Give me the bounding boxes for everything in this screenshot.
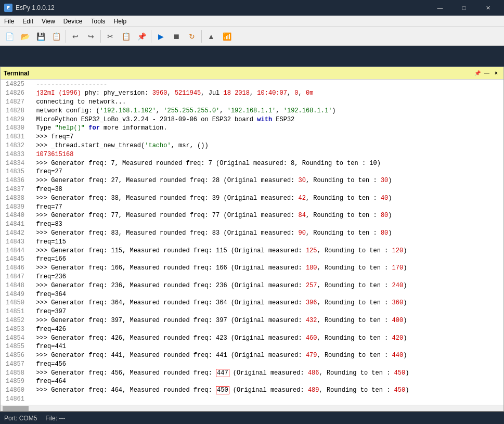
- line-number: 14840: [3, 211, 29, 220]
- toolbar-separator-4: [201, 30, 202, 43]
- toolbar-separator-2: [100, 30, 101, 43]
- status-file: File: ---: [45, 415, 65, 422]
- line-number: 14847: [3, 273, 29, 281]
- terminal-line: 14843 freq=115: [3, 238, 501, 247]
- open-button[interactable]: 📂: [18, 29, 32, 44]
- terminal-line: 14860 >>> Generator freq: 464, Measured …: [3, 386, 501, 395]
- terminal-line: 14834 >>> Generator freq: 7, Measured ro…: [3, 159, 501, 168]
- terminal-header: Terminal 📌 — ×: [1, 67, 503, 80]
- horizontal-scrollbar[interactable]: [1, 405, 503, 411]
- menu-edit[interactable]: Edit: [18, 17, 37, 26]
- refresh-button[interactable]: ↻: [185, 29, 199, 44]
- terminal-line: 14835 freq=27: [3, 168, 501, 176]
- line-number: 14833: [3, 150, 29, 159]
- run-button[interactable]: ▶: [153, 29, 168, 44]
- terminal-panel: Terminal 📌 — × 14822 Filesystem size: 95…: [0, 67, 504, 412]
- terminal-line: 14827 connecting to network...: [3, 98, 501, 107]
- terminal-line: 14861: [3, 395, 501, 404]
- menu-tools[interactable]: Tools: [87, 17, 110, 26]
- terminal-line: 14846 >>> Generator freq: 166, Measured …: [3, 264, 501, 273]
- line-number: 14838: [3, 194, 29, 203]
- maximize-button[interactable]: □: [452, 0, 476, 16]
- line-number: 14836: [3, 176, 29, 185]
- terminal-line: 14856 >>> Generator freq: 441, Measured …: [3, 351, 501, 360]
- cut-button[interactable]: ✂: [103, 29, 118, 44]
- minimize-button[interactable]: —: [428, 0, 452, 16]
- line-number: 14827: [3, 98, 29, 107]
- terminal-line: 14826 j32mI (1996) phy: phy_version: 396…: [3, 89, 501, 98]
- terminal-line: 14833 1073615168: [3, 150, 501, 159]
- terminal-line: 14825 -------------------: [3, 80, 501, 89]
- line-number: 14826: [3, 89, 29, 98]
- line-number: 14843: [3, 238, 29, 247]
- copy-button[interactable]: 📋: [119, 29, 133, 44]
- app-icon: E: [4, 4, 12, 12]
- terminal-line: 14854 >>> Generator freq: 426, Measured …: [3, 334, 501, 343]
- line-number: 14830: [3, 124, 29, 133]
- line-number: 14848: [3, 281, 29, 290]
- hscroll-thumb[interactable]: [3, 406, 29, 411]
- line-number: 14829: [3, 115, 29, 124]
- line-number: 14831: [3, 133, 29, 142]
- terminal-line: 14847 freq=236: [3, 273, 501, 281]
- line-number: 14835: [3, 168, 29, 176]
- menu-file[interactable]: File: [0, 17, 18, 26]
- line-number: 14858: [3, 369, 29, 378]
- stop-button[interactable]: ⏹: [169, 29, 184, 44]
- terminal-line: 14848 >>> Generator freq: 236, Measured …: [3, 281, 501, 290]
- line-number: 14857: [3, 360, 29, 369]
- terminal-line: 14839 freq=77: [3, 203, 501, 212]
- line-number: 14850: [3, 299, 29, 307]
- new-button[interactable]: 📄: [2, 29, 17, 44]
- line-number: 14828: [3, 107, 29, 115]
- terminal-pin-button[interactable]: 📌: [473, 69, 482, 78]
- terminal-line: 14832 >>> _thread.start_new_thread('tach…: [3, 142, 501, 150]
- line-number: 14837: [3, 185, 29, 194]
- terminal-line: 14829 MicroPython ESP32_LoBo_v3.2.24 - 2…: [3, 115, 501, 124]
- terminal-close-button[interactable]: ×: [492, 69, 500, 78]
- menu-help[interactable]: Help: [110, 17, 131, 26]
- terminal-line: 14828 network config: ('192.168.1.102', …: [3, 107, 501, 115]
- terminal-line: 14859 freq=464: [3, 377, 501, 386]
- terminal-line: 14831 >>> freq=7: [3, 133, 501, 142]
- undo-button[interactable]: ↩: [68, 29, 83, 44]
- line-number: 14841: [3, 220, 29, 229]
- line-number: 14825: [3, 80, 29, 89]
- terminal-line: 14830 Type "help()" for more information…: [3, 124, 501, 133]
- window-controls: — □ ✕: [428, 0, 500, 16]
- paste-button[interactable]: 📌: [134, 29, 149, 44]
- menu-device[interactable]: Device: [59, 17, 87, 26]
- empty-workspace: [0, 46, 504, 67]
- redo-button[interactable]: ↪: [84, 29, 98, 44]
- line-number: 14851: [3, 307, 29, 316]
- statusbar: Port: COM5 File: ---: [0, 412, 504, 424]
- line-number: 14832: [3, 142, 29, 150]
- terminal-line: 14845 freq=166: [3, 255, 501, 264]
- save-button[interactable]: 💾: [33, 29, 48, 44]
- line-number: 14842: [3, 229, 29, 238]
- line-number: 14861: [3, 395, 29, 404]
- line-number: 14849: [3, 290, 29, 299]
- toolbar-separator-3: [151, 30, 151, 43]
- terminal-line: 14855 freq=441: [3, 342, 501, 351]
- line-number: 14839: [3, 203, 29, 212]
- terminal-minimize-button[interactable]: —: [483, 69, 491, 78]
- clean-button[interactable]: 📶: [219, 29, 234, 44]
- terminal-body[interactable]: 14822 Filesystem size: 956416 B14823 Use…: [1, 80, 503, 405]
- toolbar: 📄 📂 💾 📋 ↩ ↪ ✂ 📋 📌 ▶ ⏹ ↻ ▲ 📶: [0, 27, 504, 46]
- terminal-line: 14852 >>> Generator freq: 397, Measured …: [3, 316, 501, 325]
- terminal-line: 14849 freq=364: [3, 290, 501, 299]
- terminal-line: 14850 >>> Generator freq: 364, Measured …: [3, 299, 501, 307]
- terminal-line: 14851 freq=397: [3, 307, 501, 316]
- line-number: 14846: [3, 264, 29, 273]
- close-button[interactable]: ✕: [476, 0, 500, 16]
- toolbar-separator-1: [66, 30, 66, 43]
- line-number: 14860: [3, 386, 29, 395]
- menu-view[interactable]: View: [37, 17, 59, 26]
- terminal-line: 14841 freq=83: [3, 220, 501, 229]
- line-number: 14854: [3, 334, 29, 343]
- save-all-button[interactable]: 📋: [49, 29, 63, 44]
- terminal-line: 14857 freq=456: [3, 360, 501, 369]
- upload-button[interactable]: ▲: [204, 29, 218, 44]
- terminal-content: 14822 Filesystem size: 956416 B14823 Use…: [1, 80, 503, 405]
